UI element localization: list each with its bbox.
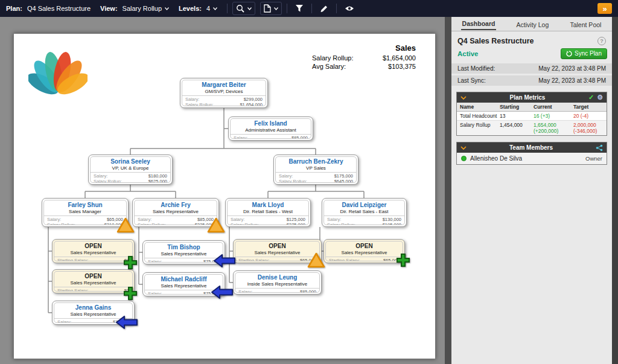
help-icon[interactable]: ? <box>597 37 606 45</box>
employee-name: David Leipziger <box>324 202 404 209</box>
export-dropdown-button[interactable] <box>260 2 282 15</box>
panel-splitter[interactable] <box>445 17 451 364</box>
employee-title: Dir. Retail Sales - East <box>324 209 404 214</box>
employee-name: OPEN <box>54 273 132 280</box>
edit-button[interactable] <box>317 4 331 13</box>
org-node[interactable]: David LeipzigerDir. Retail Sales - East … <box>322 198 407 227</box>
org-node[interactable]: Barruch Ben-ZekryVP Sales Salary:$175,00… <box>273 155 358 185</box>
org-node-open[interactable]: OPENSales Representative Starting Salary… <box>323 239 405 263</box>
org-node[interactable]: Farley ShunSales Manager Salary:$65,000 … <box>42 198 129 227</box>
collapse-panel-button[interactable]: » <box>597 3 612 14</box>
check-icon[interactable]: ✓ <box>588 94 594 101</box>
org-node[interactable]: Archie FrySales Representative Salary:$8… <box>132 198 219 227</box>
plan-label: Plan: <box>6 5 22 12</box>
employee-name: OPEN <box>235 243 319 250</box>
add-role-icon[interactable] <box>123 255 138 270</box>
chevron-down-icon <box>274 7 278 10</box>
add-role-icon[interactable] <box>123 286 138 301</box>
last-sync-row: Last Sync: May 22, 2023 at 3:48 PM <box>451 75 612 86</box>
warning-icon[interactable] <box>207 217 225 233</box>
field-value: $625,000 <box>148 179 167 183</box>
column-header: Target <box>573 104 604 110</box>
employee-name: Denise Leung <box>235 274 319 281</box>
employee-name: Margaret Beiter <box>182 81 266 89</box>
field-label: Salary Rollup: <box>231 222 259 225</box>
zoom-icon <box>236 4 244 13</box>
field-value: $645,000 <box>334 179 353 183</box>
field-label: Salary: <box>148 291 162 295</box>
field-label: Salary: <box>94 173 107 179</box>
last-sync-value: May 22, 2023 at 3:48 PM <box>538 77 606 84</box>
department-summary: Sales Salary Rollup: $1,654,000 Avg Sala… <box>312 43 416 71</box>
visibility-button[interactable] <box>342 5 357 12</box>
employee-title: VP Sales <box>276 165 356 171</box>
org-node[interactable]: Denise LeungInside Sales Representative … <box>233 270 322 295</box>
edit-icon <box>320 4 328 13</box>
field-value: $125,000 <box>287 217 305 222</box>
levels-dropdown[interactable]: 4 <box>206 5 217 12</box>
window-scrollbar[interactable] <box>612 17 618 364</box>
collapse-chevron-icon[interactable] <box>460 96 467 100</box>
employee-title: Inside Sales Representative <box>235 281 319 287</box>
gear-icon[interactable]: ⚙ <box>597 94 603 101</box>
tab-dashboard[interactable]: Dashboard <box>461 19 497 30</box>
org-node[interactable]: Margaret BeiterGM/SVP, Devices Salary:$2… <box>180 78 268 108</box>
org-node[interactable]: Sorina SeeleyVP, UK & Europe Salary:$180… <box>88 155 173 185</box>
last-modified-row: Last Modified: May 22, 2023 at 3:48 PM <box>451 63 612 74</box>
org-node[interactable]: Mark LloydDir. Retail Sales - West Salar… <box>225 198 311 227</box>
employee-name: Sorina Seeley <box>91 158 170 165</box>
last-modified-value: May 22, 2023 at 3:48 PM <box>538 65 606 72</box>
collapse-chevron-icon[interactable] <box>460 146 467 150</box>
org-node[interactable]: Felix IslandAdministrative Assistant Sal… <box>228 117 313 141</box>
field-label: Salary Rollup: <box>279 179 307 183</box>
sync-plan-button[interactable]: Sync Plan <box>561 48 607 59</box>
company-logo <box>28 42 88 95</box>
tab-activity-log[interactable]: Activity Log <box>515 20 550 30</box>
metric-current: 16 (+3) <box>534 113 572 119</box>
warning-icon[interactable] <box>307 252 325 268</box>
online-status-icon <box>461 156 467 161</box>
last-modified-label: Last Modified: <box>457 65 495 72</box>
tab-talent-pool[interactable]: Talent Pool <box>569 20 602 30</box>
org-chart-canvas[interactable]: Sales Salary Rollup: $1,654,000 Avg Sala… <box>13 33 436 359</box>
toolbar-separator <box>336 4 337 13</box>
field-value: $130,000 <box>383 217 401 222</box>
filter-button[interactable] <box>292 4 307 13</box>
employee-title: Administrative Assistant <box>231 127 311 133</box>
field-value: $85,000 <box>300 289 316 293</box>
add-role-icon[interactable] <box>395 252 411 268</box>
team-member-row[interactable]: Allenisheo De Silva Owner <box>457 153 607 164</box>
warning-icon[interactable] <box>116 217 135 233</box>
employee-name: Felix Island <box>231 120 311 127</box>
summary-title: Sales <box>312 43 416 53</box>
field-label: Salary Rollup: <box>47 222 75 225</box>
field-value: $175,000 <box>334 173 353 179</box>
field-label: Salary: <box>148 259 162 263</box>
org-chart-workspace[interactable]: Sales Salary Rollup: $1,654,000 Avg Sala… <box>0 17 445 364</box>
employee-name: Jenna Gains <box>54 304 132 311</box>
move-role-icon[interactable] <box>213 254 236 268</box>
summary-value: $1,654,000 <box>383 54 416 62</box>
field-label: Starting Salary: <box>57 258 88 261</box>
move-role-icon[interactable] <box>211 285 234 299</box>
field-value: $85,000 <box>291 135 308 139</box>
employee-title: Sales Representative <box>145 251 223 257</box>
toolbar-separator <box>227 4 228 13</box>
field-label: Starting Salary: <box>238 258 269 261</box>
share-icon[interactable] <box>596 144 603 152</box>
zoom-dropdown-button[interactable] <box>232 2 255 15</box>
move-role-icon[interactable] <box>115 315 138 330</box>
view-dropdown[interactable]: Salary Rollup <box>123 5 169 12</box>
employee-title: VP, UK & Europe <box>91 165 170 171</box>
chevron-down-icon <box>213 7 217 10</box>
metrics-row: Total Headcount 13 16 (+3) 20 (-4) <box>457 112 607 121</box>
status-badge: Active <box>457 50 561 57</box>
plan-metrics-title: Plan Metrics <box>470 94 585 101</box>
view-label: View: <box>100 5 118 12</box>
metric-starting: 1,454,000 <box>500 122 532 134</box>
plan-metrics-panel: Plan Metrics ✓ ⚙ Name Starting Current T… <box>456 92 607 136</box>
metric-target: 20 (-4) <box>573 113 604 119</box>
metric-name: Salary Rollup <box>460 122 499 134</box>
field-label: Salary: <box>234 135 247 139</box>
member-name: Allenisheo De Silva <box>470 155 522 162</box>
